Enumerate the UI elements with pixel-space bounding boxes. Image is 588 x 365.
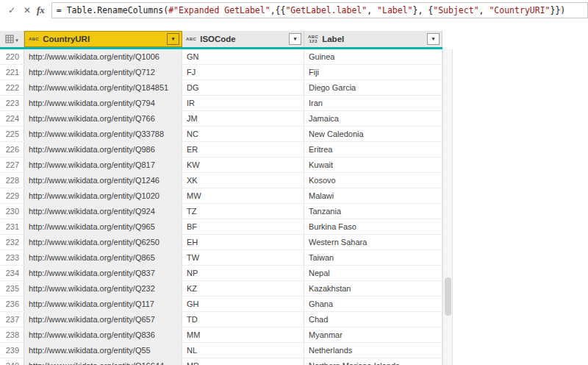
cell-isocode[interactable]: BF	[182, 219, 304, 234]
row-number[interactable]: 227	[0, 157, 24, 172]
cell-isocode[interactable]: JM	[182, 111, 304, 126]
cell-label[interactable]: Taiwan	[304, 250, 442, 265]
cell-countryuri[interactable]: http://www.wikidata.org/entity/Q986	[24, 142, 182, 157]
row-number[interactable]: 233	[0, 250, 24, 265]
cell-label[interactable]: Tanzania	[304, 204, 442, 219]
formula-input[interactable]: = Table.RenameColumns(#"Expanded GetLabe…	[51, 2, 588, 18]
cell-countryuri[interactable]: http://www.wikidata.org/entity/Q712	[24, 65, 182, 79]
cell-isocode[interactable]: MW	[182, 188, 304, 203]
formula-token: }})	[551, 5, 566, 15]
row-number[interactable]: 221	[0, 65, 24, 79]
cell-label[interactable]: Nepal	[304, 266, 442, 280]
cell-label[interactable]: Kosovo	[304, 173, 442, 188]
cell-countryuri[interactable]: http://www.wikidata.org/entity/Q817	[24, 157, 182, 172]
cell-label[interactable]: Eritrea	[304, 142, 442, 157]
cell-label[interactable]: Jamaica	[304, 111, 442, 126]
cell-countryuri[interactable]: http://www.wikidata.org/entity/Q16644	[24, 358, 182, 365]
cell-label[interactable]: Fiji	[304, 65, 442, 79]
cell-label[interactable]: Malawi	[304, 188, 442, 203]
cell-isocode[interactable]: NC	[182, 127, 304, 141]
cell-countryuri[interactable]: http://www.wikidata.org/entity/Q1006	[24, 49, 182, 64]
vertical-scrollbar[interactable]	[442, 49, 453, 365]
cell-countryuri[interactable]: http://www.wikidata.org/entity/Q55	[24, 343, 182, 358]
filter-button[interactable]: ▾	[289, 33, 301, 45]
cell-countryuri[interactable]: http://www.wikidata.org/entity/Q33788	[24, 127, 182, 141]
table-row: 236http://www.wikidata.org/entity/Q117GH…	[0, 297, 442, 312]
row-number[interactable]: 235	[0, 281, 24, 296]
cell-label[interactable]: Burkina Faso	[304, 219, 442, 234]
row-number[interactable]: 226	[0, 142, 24, 157]
cell-label[interactable]: Western Sahara	[304, 235, 442, 249]
row-number[interactable]: 232	[0, 235, 24, 249]
cell-label[interactable]: Diego Garcia	[304, 80, 442, 95]
row-number[interactable]: 237	[0, 312, 24, 327]
cell-label[interactable]: Iran	[304, 96, 442, 110]
row-number[interactable]: 238	[0, 327, 24, 342]
cell-isocode[interactable]: TD	[182, 312, 304, 327]
cell-isocode[interactable]: GH	[182, 297, 304, 311]
cell-countryuri[interactable]: http://www.wikidata.org/entity/Q6250	[24, 235, 182, 249]
scrollbar-thumb[interactable]	[445, 277, 451, 316]
cell-label[interactable]: Guinea	[304, 49, 442, 64]
row-number[interactable]: 229	[0, 188, 24, 203]
cell-isocode[interactable]: FJ	[182, 65, 304, 79]
cell-isocode[interactable]: NL	[182, 343, 304, 358]
row-number[interactable]: 231	[0, 219, 24, 234]
row-number[interactable]: 236	[0, 297, 24, 311]
cell-countryuri[interactable]: http://www.wikidata.org/entity/Q794	[24, 96, 182, 110]
cell-countryuri[interactable]: http://www.wikidata.org/entity/Q1246	[24, 173, 182, 188]
cell-label[interactable]: Kuwait	[304, 157, 442, 172]
filter-button[interactable]: ▾	[167, 33, 179, 45]
cell-isocode[interactable]: NP	[182, 266, 304, 280]
cell-countryuri[interactable]: http://www.wikidata.org/entity/Q184851	[24, 80, 182, 95]
cell-label[interactable]: Ghana	[304, 297, 442, 311]
cell-label[interactable]: Kazakhstan	[304, 281, 442, 296]
row-number[interactable]: 222	[0, 80, 24, 95]
cell-isocode[interactable]: GN	[182, 49, 304, 64]
cell-countryuri[interactable]: http://www.wikidata.org/entity/Q232	[24, 281, 182, 296]
row-number[interactable]: 220	[0, 49, 24, 64]
cell-isocode[interactable]: ER	[182, 142, 304, 157]
column-header-countryuri[interactable]: ABCCountryURI▾	[24, 31, 182, 47]
cell-countryuri[interactable]: http://www.wikidata.org/entity/Q924	[24, 204, 182, 219]
cell-label[interactable]: Netherlands	[304, 343, 442, 358]
row-number[interactable]: 225	[0, 127, 24, 141]
cell-countryuri[interactable]: http://www.wikidata.org/entity/Q965	[24, 219, 182, 234]
cell-label[interactable]: New Caledonia	[304, 127, 442, 141]
table-row: 228http://www.wikidata.org/entity/Q1246X…	[0, 173, 442, 188]
cell-isocode[interactable]: IR	[182, 96, 304, 110]
table-menu-button[interactable]: ▾	[0, 31, 24, 47]
row-number[interactable]: 223	[0, 96, 24, 110]
row-number[interactable]: 240	[0, 358, 24, 365]
fx-icon[interactable]: fx	[37, 4, 45, 16]
cell-isocode[interactable]: KZ	[182, 281, 304, 296]
cell-countryuri[interactable]: http://www.wikidata.org/entity/Q766	[24, 111, 182, 126]
cell-isocode[interactable]: EH	[182, 235, 304, 249]
column-header-isocode[interactable]: ABCISOCode▾	[182, 31, 304, 47]
cell-countryuri[interactable]: http://www.wikidata.org/entity/Q117	[24, 297, 182, 311]
cell-countryuri[interactable]: http://www.wikidata.org/entity/Q1020	[24, 188, 182, 203]
commit-icon[interactable]: ✓	[6, 5, 18, 15]
filter-button[interactable]: ▾	[427, 33, 440, 45]
cell-isocode[interactable]: MP	[182, 358, 304, 365]
cell-isocode[interactable]: TW	[182, 250, 304, 265]
cell-countryuri[interactable]: http://www.wikidata.org/entity/Q865	[24, 250, 182, 265]
row-number[interactable]: 224	[0, 111, 24, 126]
cell-isocode[interactable]: DG	[182, 80, 304, 95]
cell-countryuri[interactable]: http://www.wikidata.org/entity/Q657	[24, 312, 182, 327]
cell-label[interactable]: Myanmar	[304, 327, 442, 342]
cell-isocode[interactable]: MM	[182, 327, 304, 342]
cell-isocode[interactable]: XK	[182, 173, 304, 188]
row-number[interactable]: 239	[0, 343, 24, 358]
cell-isocode[interactable]: KW	[182, 157, 304, 172]
row-number[interactable]: 234	[0, 266, 24, 280]
cell-label[interactable]: Northern Mariana Islands	[304, 358, 442, 365]
cell-countryuri[interactable]: http://www.wikidata.org/entity/Q837	[24, 266, 182, 280]
column-header-label[interactable]: ABC123Label▾	[304, 31, 442, 47]
row-number[interactable]: 230	[0, 204, 24, 219]
cell-label[interactable]: Chad	[304, 312, 442, 327]
cell-isocode[interactable]: TZ	[182, 204, 304, 219]
cancel-icon[interactable]: ✕	[21, 5, 33, 15]
row-number[interactable]: 228	[0, 173, 24, 188]
cell-countryuri[interactable]: http://www.wikidata.org/entity/Q836	[24, 327, 182, 342]
